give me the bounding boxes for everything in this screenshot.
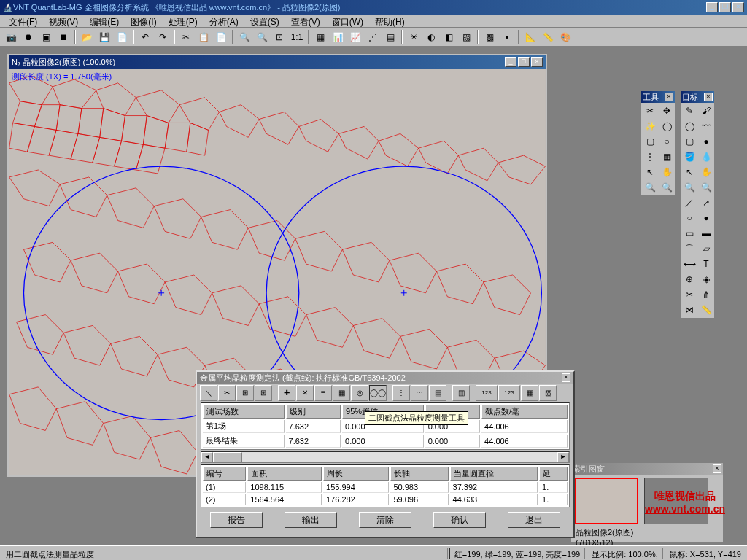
chart-icon[interactable]: 📈 [347,29,363,45]
onetoone-icon[interactable]: 1:1 [289,29,305,45]
curve-icon[interactable]: ◯ [681,119,697,133]
split-icon[interactable]: ⋔ [698,287,714,302]
spray-icon[interactable]: 〰 [698,119,714,133]
wand-tool-icon[interactable]: ✨ [642,119,658,133]
capture-icon[interactable]: ▣ [38,29,54,45]
copy-icon[interactable]: 📋 [196,29,212,45]
image-window-title[interactable]: N₇ 晶粒图像2(原图) (100.0%) _ □ × [9,55,546,69]
index-panel-close-icon[interactable]: × [713,464,721,473]
table1-hscrollbar[interactable]: ◄► [201,451,570,463]
record-icon[interactable]: ⏺ [20,29,36,45]
menu-view[interactable]: 查看(V) [285,15,326,26]
hand-tool-icon[interactable]: ✋ [659,165,675,179]
tool-cut-icon[interactable]: ✂ [218,385,236,401]
menu-video[interactable]: 视频(V) [43,15,84,26]
threshold-icon[interactable]: ▨ [458,29,474,45]
fillrect-icon[interactable]: ▬ [698,226,714,241]
contrast-icon[interactable]: ◐ [423,29,439,45]
maximize-button[interactable]: ❐ [719,2,731,12]
text-icon[interactable]: T [698,257,714,271]
zoomin-icon[interactable]: 🔍 [236,29,252,45]
grid-icon[interactable]: ▦ [312,29,328,45]
lasso-tool-icon[interactable]: ◯ [659,119,675,133]
tool-dots6-icon[interactable]: ⋯ [411,385,428,401]
dialog-title[interactable]: 金属平均晶粒度测定法 (截点线): 执行标准GB/T6394-2002 [200,373,406,384]
overlay-icon[interactable]: ▤ [382,29,398,45]
pointer-tool-icon[interactable]: ↖ [642,165,658,179]
menu-process[interactable]: 处理(P) [163,15,204,26]
clear-button[interactable]: 清除 [359,512,411,528]
thand-icon[interactable]: ✋ [698,165,714,179]
redo-icon[interactable]: ↷ [155,29,171,45]
measure2-icon[interactable]: 📏 [698,303,714,317]
tool-hlines-icon[interactable]: ≡ [314,385,332,401]
filter1-icon[interactable]: ▩ [481,29,498,45]
tool-line-icon[interactable]: ＼ [200,385,217,401]
fit-icon[interactable]: ⊡ [271,29,287,45]
tool-grid4-icon[interactable]: ⊞ [236,385,254,401]
line-icon[interactable]: ／ [681,195,697,210]
dialog-close-icon[interactable]: × [562,373,570,382]
fillcircle-icon[interactable]: ● [698,134,714,149]
fillellipse-icon[interactable]: ● [698,211,714,225]
join-icon[interactable]: ⋈ [681,303,697,317]
stop-icon[interactable]: ⏹ [55,29,71,45]
rect-icon[interactable]: ▭ [681,226,697,241]
tool-xcross-icon[interactable]: ✕ [296,385,314,401]
palette-icon[interactable]: 🎨 [557,29,573,45]
paste-icon[interactable]: 📄 [213,29,229,45]
arc-icon[interactable]: ⌒ [681,241,697,256]
brush-icon[interactable]: 🖌 [698,104,714,118]
invert-icon[interactable]: ◧ [441,29,457,45]
tzoomout-icon[interactable]: 🔍 [698,180,714,195]
dropper-icon[interactable]: 💧 [698,149,714,164]
tool-grid8-icon[interactable]: ⊞ [255,385,272,401]
anchor-icon[interactable]: ⊕ [681,272,697,287]
target-panel-close-icon[interactable]: × [704,93,713,101]
save-icon[interactable]: 💾 [96,29,112,45]
new-icon[interactable]: 📄 [114,29,130,45]
tool-123a-icon[interactable]: 123 [476,385,498,401]
pencil-icon[interactable]: ✎ [681,104,697,118]
circle-select-icon[interactable]: ○ [659,134,675,149]
filter2-icon[interactable]: ▪ [499,29,515,45]
tpointer-icon[interactable]: ↖ [681,165,697,179]
dots-tool-icon[interactable]: ⋮ [642,149,658,164]
tool-target-icon[interactable]: ◎ [351,385,368,401]
confirm-button[interactable]: 确认 [433,512,486,528]
tool-colors-icon[interactable]: ▦ [521,385,538,401]
zoomout-tool-icon[interactable]: 🔍 [659,180,675,195]
brightness-icon[interactable]: ☀ [406,29,422,45]
report-button[interactable]: 报告 [210,512,263,528]
measure-icon[interactable]: 📏 [540,29,556,45]
tzoomin-icon[interactable]: 🔍 [681,180,697,195]
crop-tool-icon[interactable]: ✂ [642,104,658,118]
menu-analyze[interactable]: 分析(A) [204,15,244,26]
histogram-icon[interactable]: 📊 [330,29,346,45]
rect-select-icon[interactable]: ▢ [642,134,658,149]
menu-image[interactable]: 图像(I) [125,15,162,26]
scatter-icon[interactable]: ⋰ [365,29,381,45]
tool-grid-icon[interactable]: ▦ [333,385,350,401]
menu-edit[interactable]: 编辑(E) [84,15,125,26]
node-icon[interactable]: ◈ [698,272,714,287]
grid-tool-icon[interactable]: ▦ [659,149,675,164]
img-maximize-button[interactable]: □ [518,57,530,67]
arrow-icon[interactable]: ↗ [698,195,714,210]
img-minimize-button[interactable]: _ [505,57,516,67]
eraser-icon[interactable]: ▢ [681,134,697,149]
camera-icon[interactable]: 📷 [3,29,19,45]
zoomin-tool-icon[interactable]: 🔍 [642,180,658,195]
menu-help[interactable]: 帮助(H) [369,15,411,26]
undo-icon[interactable]: ↶ [137,29,153,45]
scissor-icon[interactable]: ✂ [681,287,697,302]
open-icon[interactable]: 📂 [79,29,95,45]
output-button[interactable]: 输出 [285,512,337,528]
zoomout-icon[interactable]: 🔍 [254,29,270,45]
ruler-icon[interactable]: 📐 [522,29,538,45]
tool-compare-icon[interactable]: ▤ [429,385,446,401]
move-tool-icon[interactable]: ✥ [659,104,675,118]
tools-panel-close-icon[interactable]: × [665,93,673,101]
cut-icon[interactable]: ✂ [178,29,194,45]
close-button[interactable]: × [732,2,744,12]
